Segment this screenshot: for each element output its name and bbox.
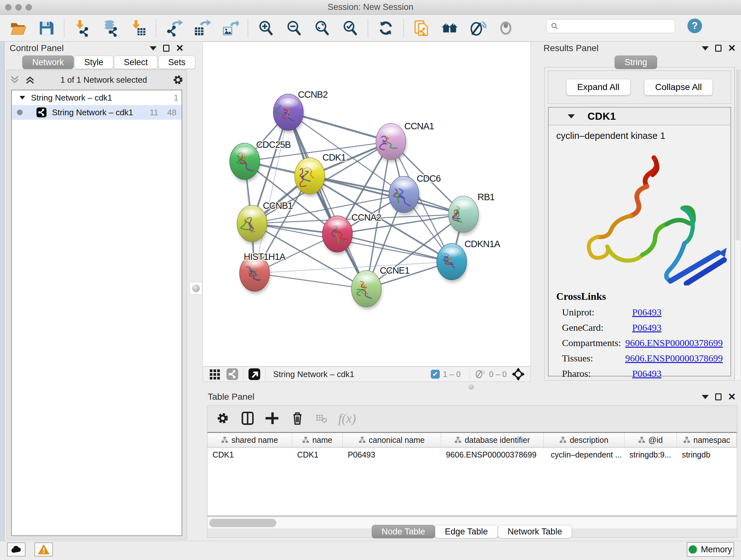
results-float-icon[interactable] xyxy=(715,45,722,52)
table-cell[interactable]: 9606.ENSP00000378699 xyxy=(441,448,544,462)
copy-document-icon xyxy=(413,19,430,37)
column-header-namespac[interactable]: namespac xyxy=(677,433,737,447)
tab-edge-table[interactable]: Edge Table xyxy=(435,525,498,538)
search-input[interactable] xyxy=(562,22,671,30)
network-node-CDKN1A[interactable]: CDKN1A xyxy=(437,239,501,283)
collection-expand-icon[interactable] xyxy=(18,94,26,102)
export-table-button[interactable] xyxy=(193,19,211,37)
panel-menu-icon[interactable] xyxy=(150,46,157,51)
table-cell[interactable]: stringdb xyxy=(677,448,737,462)
memory-button[interactable]: Memory xyxy=(687,542,734,557)
zoom-selected-icon xyxy=(341,19,359,37)
column-header-label: namespac xyxy=(693,435,730,445)
crosslink-value-link[interactable]: 9606.ENSP00000378699 xyxy=(625,353,723,364)
string-network-graph[interactable]: CCNB2CCNA1CDC25BCDK1CDC6RB1CCNB1CCNA2CDK… xyxy=(203,42,530,366)
tab-network[interactable]: Network xyxy=(22,56,74,69)
hide-selected-button[interactable] xyxy=(468,19,487,37)
import-network-from-database-button[interactable] xyxy=(101,19,119,37)
horizontal-splitter-handle[interactable] xyxy=(468,384,474,389)
zoom-selected-button[interactable] xyxy=(341,19,359,37)
table-cell[interactable]: CDK1 xyxy=(207,448,292,462)
tab-string[interactable]: String xyxy=(615,56,657,69)
network-list: String Network – cdk1 1 String Network –… xyxy=(11,90,182,536)
crosslink-value-link[interactable]: P06493 xyxy=(632,322,662,333)
expand-all-icon[interactable] xyxy=(24,75,36,84)
cloud-button[interactable] xyxy=(7,543,25,557)
refresh-button[interactable] xyxy=(377,19,395,37)
add-column-icon[interactable] xyxy=(266,411,280,425)
table-close-icon[interactable]: ✕ xyxy=(728,392,736,401)
show-eye-button[interactable] xyxy=(496,19,515,37)
network-node-CCNB2[interactable]: CCNB2 xyxy=(273,89,328,133)
control-panel-tabs: NetworkStyleSelectSets xyxy=(4,56,189,69)
column-header-description[interactable]: description xyxy=(544,433,624,447)
tab-node-table[interactable]: Node Table xyxy=(372,525,435,538)
network-node-HIST1H1A[interactable]: HIST1H1A xyxy=(240,252,286,294)
tab-sets[interactable]: Sets xyxy=(158,56,195,69)
table-row[interactable]: CDK1CDK1P064939606.ENSP00000378699cyclin… xyxy=(207,448,737,462)
tab-select[interactable]: Select xyxy=(114,56,158,69)
toolbar-search[interactable] xyxy=(546,19,675,33)
left-splitter-handle[interactable] xyxy=(190,282,202,295)
network-row-selected[interactable]: String Network – cdk1 11 48 xyxy=(12,105,182,120)
warnings-button[interactable] xyxy=(35,543,53,557)
network-mode-icon[interactable] xyxy=(226,368,239,381)
collapse-all-icon[interactable] xyxy=(9,75,20,84)
show-columns-icon[interactable] xyxy=(241,411,255,425)
tab-style[interactable]: Style xyxy=(74,56,113,69)
help-button[interactable]: ? xyxy=(687,18,703,34)
expand-all-button[interactable]: Expand All xyxy=(566,79,630,96)
import-table-button[interactable] xyxy=(129,19,147,37)
network-node-RB1[interactable]: RB1 xyxy=(448,192,494,235)
results-scrollbar[interactable] xyxy=(735,67,741,381)
network-collection-row[interactable]: String Network – cdk1 1 xyxy=(12,90,182,105)
delete-column-icon[interactable] xyxy=(290,411,305,425)
zoom-fit-button[interactable] xyxy=(313,19,331,37)
panel-close-icon[interactable]: ✕ xyxy=(176,44,184,53)
table-gear-icon[interactable] xyxy=(216,411,230,425)
table-cell[interactable]: cyclin–dependent ... xyxy=(544,448,624,462)
table-cell[interactable]: stringdb:9... xyxy=(624,448,677,462)
column-header-database-identifier[interactable]: database identifier xyxy=(441,433,544,447)
column-header-shared-name[interactable]: shared name xyxy=(207,433,292,447)
zoom-in-button[interactable] xyxy=(257,19,275,37)
column-header-name[interactable]: name xyxy=(292,433,342,447)
gear-icon[interactable] xyxy=(172,74,184,86)
network-node-CCNE1[interactable]: CCNE1 xyxy=(351,265,409,310)
detach-view-icon[interactable] xyxy=(248,368,261,381)
network-node-CCNA2[interactable]: CCNA2 xyxy=(322,212,381,255)
panel-float-icon[interactable] xyxy=(163,45,170,52)
crosslink-value-link[interactable]: 9606.ENSP00000378699 xyxy=(625,337,723,348)
results-menu-icon[interactable] xyxy=(702,46,709,51)
copy-network-button[interactable] xyxy=(412,19,431,37)
table-cell[interactable]: CDK1 xyxy=(292,448,342,462)
show-home-button[interactable] xyxy=(441,19,459,37)
selected-checkbox-icon[interactable]: ✔ xyxy=(431,370,440,379)
tab-network-table[interactable]: Network Table xyxy=(498,525,572,538)
column-header-canonical-name[interactable]: canonical name xyxy=(343,433,441,447)
network-node-CDC6[interactable]: CDC6 xyxy=(389,173,441,215)
table-tabs: Node TableEdge TableNetwork Table xyxy=(203,525,741,538)
collapse-all-button[interactable]: Collapse All xyxy=(644,79,713,96)
zoom-out-button[interactable] xyxy=(285,19,303,37)
network-node-CDC25B[interactable]: CDC25B xyxy=(230,139,291,182)
import-network-button[interactable] xyxy=(73,19,91,37)
crosslink-value-link[interactable]: P06493 xyxy=(632,307,662,318)
export-image-button[interactable] xyxy=(221,19,239,37)
birds-eye-icon[interactable] xyxy=(511,367,525,381)
results-close-icon[interactable]: ✕ xyxy=(728,44,736,53)
open-session-button[interactable] xyxy=(9,19,27,37)
export-network-button[interactable] xyxy=(165,19,183,37)
table-cell[interactable]: P06493 xyxy=(343,448,441,462)
grid-mode-icon[interactable] xyxy=(209,368,221,381)
gene-section-header[interactable]: CDK1 xyxy=(549,108,731,125)
crosslink-value-link[interactable]: P06493 xyxy=(632,368,662,379)
table-float-icon[interactable] xyxy=(715,393,722,400)
network-node-CDK1[interactable]: CDK1 xyxy=(294,152,346,197)
node-label-CDC6: CDC6 xyxy=(417,173,441,184)
gene-collapse-icon[interactable] xyxy=(568,114,575,118)
table-menu-icon[interactable] xyxy=(702,395,709,399)
save-session-button[interactable] xyxy=(37,19,56,37)
column-header--id[interactable]: @id xyxy=(624,433,677,447)
network-canvas[interactable]: CCNB2CCNA1CDC25BCDK1CDC6RB1CCNB1CCNA2CDK… xyxy=(203,42,531,367)
